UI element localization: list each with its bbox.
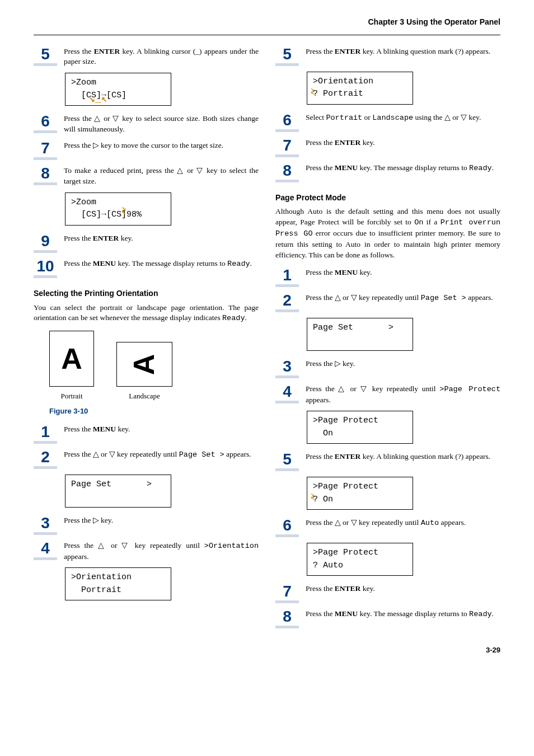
lcd-line2: ? Portrait bbox=[313, 88, 407, 101]
lcd-display: >Page Protect ? On ↘↖ bbox=[307, 477, 413, 510]
step-text: Press the △ or ▽ key to select source si… bbox=[64, 114, 259, 135]
figure-caption: Figure 3-10 bbox=[49, 406, 259, 416]
blink-cursor-icon: ↘↖ bbox=[311, 493, 315, 500]
r-step-7: 7 Press the ENTER key. bbox=[275, 138, 500, 157]
lcd-line1: >Orientation bbox=[313, 76, 407, 88]
lcd-line1: Page Set > bbox=[313, 322, 407, 335]
lcd-display: >Orientation ? Portrait ↘↖ bbox=[307, 72, 413, 105]
page-number: 3-29 bbox=[34, 645, 500, 655]
step-text: Press the ENTER key. bbox=[306, 138, 500, 148]
step-number: 6 bbox=[283, 518, 292, 533]
lcd-display: >Zoom [CS]→[CS] ↘_↖ bbox=[65, 73, 171, 106]
lcd-line1: Page Set > bbox=[71, 478, 165, 491]
right-column: 5 Press the ENTER key. A blinking questi… bbox=[275, 46, 500, 635]
step-number: 3 bbox=[283, 359, 292, 374]
step-number: 8 bbox=[283, 163, 292, 179]
step-number: 6 bbox=[283, 112, 292, 128]
lcd-display: Page Set > bbox=[307, 318, 413, 351]
pp-step-3: 3 Press the ▷ key. bbox=[275, 359, 500, 378]
orient-step-3: 3 Press the ▷ key. bbox=[34, 515, 259, 535]
pp-step-7: 7 Press the ENTER key. bbox=[275, 584, 500, 603]
step-number: 4 bbox=[283, 384, 292, 400]
step-number: 5 bbox=[41, 46, 50, 62]
step-number: 5 bbox=[283, 452, 292, 467]
step-number: 4 bbox=[41, 541, 50, 556]
lcd-line1: >Page Protect bbox=[313, 547, 407, 560]
step-8: 8 To make a reduced print, press the △ o… bbox=[34, 166, 259, 187]
r-step-6: 6 Select Portrait or Landscape using the… bbox=[275, 112, 500, 132]
step-number: 7 bbox=[283, 138, 292, 153]
step-number: 1 bbox=[283, 267, 292, 283]
step-6: 6 Press the △ or ▽ key to select source … bbox=[34, 114, 259, 135]
blink-cursor-icon: ↘_↖ bbox=[89, 97, 107, 102]
step-number: 2 bbox=[41, 449, 50, 465]
step-text: Press the ▷ key. bbox=[306, 359, 500, 369]
pp-step-6: 6 Press the △ or ▽ key repeatedly until … bbox=[275, 518, 500, 537]
step-text: Press the △ or ▽ key repeatedly until Pa… bbox=[64, 449, 259, 461]
subheading-pageprotect: Page Protect Mode bbox=[275, 192, 500, 204]
body-text: Although Auto is the default setting and… bbox=[275, 206, 500, 260]
step-text: Press the ENTER key. A blinking cursor (… bbox=[64, 46, 259, 68]
step-7: 7 Press the ▷ key to move the cursor to … bbox=[34, 140, 259, 160]
r-step-8: 8 Press the MENU key. The message displa… bbox=[275, 163, 500, 182]
header-rule bbox=[34, 35, 500, 35]
orient-step-2: 2 Press the △ or ▽ key repeatedly until … bbox=[34, 449, 259, 469]
step-number: 8 bbox=[41, 166, 50, 181]
two-column-layout: 5 Press the ENTER key. A blinking cursor… bbox=[34, 46, 500, 635]
step-number: 8 bbox=[283, 609, 292, 624]
step-text: Press the △ or ▽ key repeatedly until >O… bbox=[64, 541, 259, 562]
step-text: Press the MENU key. The message display … bbox=[306, 609, 500, 620]
pp-step-8: 8 Press the MENU key. The message displa… bbox=[275, 609, 500, 628]
step-5: 5 Press the ENTER key. A blinking cursor… bbox=[34, 46, 259, 68]
lcd-display: >Page Protect ? Auto bbox=[307, 543, 413, 576]
lcd-display: Page Set > bbox=[65, 475, 171, 508]
lcd-line1: >Page Protect bbox=[313, 415, 407, 428]
step-text: Press the △ or ▽ key repeatedly until Pa… bbox=[306, 293, 500, 304]
step-number: 7 bbox=[283, 584, 292, 599]
landscape-icon: A bbox=[116, 342, 172, 387]
lcd-line2: [CS]→[CS] bbox=[71, 90, 165, 102]
step-number: 9 bbox=[41, 233, 50, 249]
step-text: Press the MENU key. bbox=[64, 424, 259, 435]
step-text: Press the ENTER key. bbox=[64, 233, 259, 244]
pp-step-5: 5 Press the ENTER key. A blinking questi… bbox=[275, 452, 500, 471]
step-9: 9 Press the ENTER key. bbox=[34, 233, 259, 253]
step-text: To make a reduced print, press the △ or … bbox=[64, 166, 259, 187]
landscape-label: Landscape bbox=[116, 391, 172, 401]
step-text: Press the ENTER key. A blinking question… bbox=[306, 452, 500, 462]
portrait-icon: A bbox=[49, 331, 94, 387]
lcd-line2: On bbox=[313, 428, 407, 440]
chapter-header: Chapter 3 Using the Operator Panel bbox=[34, 17, 500, 28]
orient-step-1: 1 Press the MENU key. bbox=[34, 424, 259, 444]
step-number: 5 bbox=[283, 46, 292, 62]
lcd-display: >Page Protect On bbox=[307, 411, 413, 444]
step-text: Press the MENU key. bbox=[306, 267, 500, 278]
step-number: 7 bbox=[41, 140, 50, 156]
body-text: You can select the portrait or landscape… bbox=[34, 303, 259, 325]
step-text: Press the MENU key. The message display … bbox=[306, 163, 500, 174]
pp-step-1: 1 Press the MENU key. bbox=[275, 267, 500, 287]
step-text: Press the ENTER key. bbox=[306, 584, 500, 594]
step-text: Press the ENTER key. A blinking question… bbox=[306, 46, 500, 57]
orientation-figure: A Portrait A Landscape bbox=[49, 331, 259, 401]
lcd-line2: [CS]→[CS]98% bbox=[71, 209, 165, 222]
lcd-line1: >Orientation bbox=[71, 571, 165, 584]
blink-cursor-icon: ↘↖ bbox=[121, 206, 126, 214]
lcd-line2: ? On bbox=[313, 494, 407, 506]
step-number: 2 bbox=[283, 293, 292, 308]
step-number: 3 bbox=[41, 515, 50, 531]
blink-cursor-icon: ↘↖ bbox=[311, 88, 315, 95]
lcd-line1: >Zoom bbox=[71, 196, 165, 209]
lcd-line1: >Zoom bbox=[71, 77, 165, 90]
lcd-display: >Orientation Portrait bbox=[65, 567, 171, 600]
step-number: 1 bbox=[41, 424, 50, 440]
lcd-line2: ? Auto bbox=[313, 560, 407, 572]
lcd-line2 bbox=[313, 334, 407, 347]
pp-step-4: 4 Press the △ or ▽ key repeatedly until … bbox=[275, 384, 500, 406]
step-text: Press the ▷ key. bbox=[64, 515, 259, 526]
lcd-line1: >Page Protect bbox=[313, 481, 407, 494]
lcd-display: >Zoom [CS]→[CS]98% ↘↖ bbox=[65, 192, 171, 226]
step-text: Press the ▷ key to move the cursor to th… bbox=[64, 140, 259, 151]
portrait-label: Portrait bbox=[49, 391, 94, 401]
subheading-orientation: Selecting the Printing Orientation bbox=[34, 288, 259, 299]
